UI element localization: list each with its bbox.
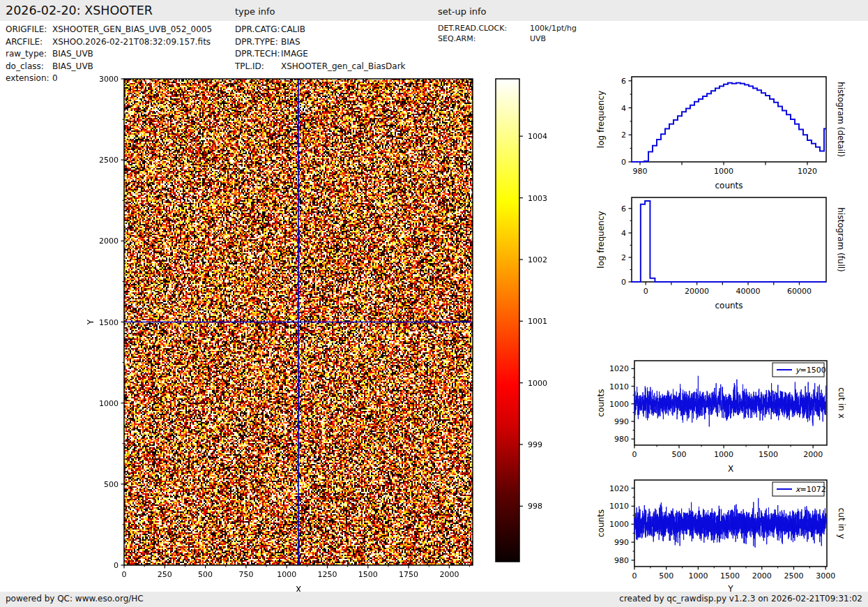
colorbar-tick-label: 1001 bbox=[528, 317, 547, 326]
info-label: do_class: bbox=[6, 61, 52, 72]
info-row: ORIGFILE:XSHOOTER_GEN_BIAS_UVB_052_0005 bbox=[6, 24, 212, 35]
right-axis-label: cut in y bbox=[837, 508, 846, 539]
y-axis-label: Y bbox=[86, 319, 96, 325]
legend: y=1500 bbox=[772, 363, 826, 377]
info-value: XSHOOTER_GEN_BIAS_UVB_052_0005 bbox=[52, 24, 212, 34]
info-value: CALIB bbox=[281, 24, 305, 34]
x-tick-label: 0 bbox=[632, 450, 637, 459]
y-tick-label: 0 bbox=[621, 158, 626, 167]
info-row: DPR.TYPE:BIAS bbox=[235, 36, 406, 47]
x-tick-label: 2000 bbox=[803, 450, 823, 459]
x-tick-label: 1000 bbox=[714, 450, 733, 459]
colorbar-tick-label: 1003 bbox=[528, 194, 547, 203]
colorbar-tick-label: 1000 bbox=[528, 379, 547, 388]
info-row: raw_type:BIAS_UVB bbox=[6, 48, 212, 59]
y-tick-label: 980 bbox=[614, 435, 629, 444]
info-value: BIAS bbox=[281, 37, 300, 47]
info-label: ORIGFILE: bbox=[6, 24, 52, 35]
y-tick-label: 1010 bbox=[609, 502, 629, 511]
histogram-step-line bbox=[632, 83, 826, 162]
x-tick-label: 60000 bbox=[787, 287, 812, 296]
x-tick-label: 0 bbox=[122, 570, 127, 579]
x-tick-label: 1000 bbox=[277, 570, 296, 579]
x-tick-label: 500 bbox=[198, 570, 213, 579]
info-label: DPR.TYPE: bbox=[235, 36, 281, 47]
header-bar: 2026-02-20: XSHOOTER type info set-up in… bbox=[0, 0, 868, 21]
cut-profile-line bbox=[634, 498, 826, 548]
info-label: raw_type: bbox=[6, 48, 52, 59]
info-row: DPR.CATG:CALIB bbox=[235, 24, 406, 35]
type-info-heading: type info bbox=[235, 6, 275, 17]
x-tick-label: 1020 bbox=[798, 167, 817, 176]
x-tick-label: 2000 bbox=[752, 571, 772, 580]
info-row: DET.READ.CLOCK:100k/1pt/hg bbox=[438, 23, 577, 33]
x-tick-label: 1000 bbox=[688, 571, 708, 580]
colorbar-tick-label: 999 bbox=[528, 440, 542, 449]
y-tick-label: 3000 bbox=[99, 75, 119, 84]
x-tick-label: 2000 bbox=[439, 570, 459, 579]
colorbar-tick-label: 998 bbox=[528, 502, 542, 511]
x-tick-label: 1250 bbox=[318, 570, 337, 579]
y-tick-label: 2 bbox=[621, 253, 626, 262]
y-tick-label: 980 bbox=[614, 556, 629, 565]
colorbar-tick-label: 1004 bbox=[528, 132, 547, 141]
y-tick-label: 0 bbox=[114, 561, 119, 570]
setup-info-block: DET.READ.CLOCK:100k/1pt/hg SEQ.ARM:UVB bbox=[438, 23, 577, 44]
info-row: ARCFILE:XSHOO.2026-02-21T08:32:09.157.fi… bbox=[6, 36, 212, 47]
right-axis-label: cut in x bbox=[837, 387, 846, 419]
colorbar: 99899910001001100210031004 bbox=[496, 79, 547, 562]
y-tick-label: 2 bbox=[621, 130, 626, 140]
y-tick-label: 1020 bbox=[609, 484, 629, 493]
x-tick-label: 1000 bbox=[714, 167, 733, 176]
axes: 980100010200246countslog frequencyhistog… bbox=[596, 77, 846, 190]
x-tick-label: 3000 bbox=[816, 571, 835, 580]
x-tick-label: 1500 bbox=[720, 571, 740, 580]
y-tick-label: 1000 bbox=[609, 520, 629, 529]
info-row: SEQ.ARM:UVB bbox=[438, 33, 577, 44]
footer-created-by: created by qc_rawdisp.py v1.2.3 on 2026-… bbox=[619, 594, 862, 604]
x-tick-label: 1500 bbox=[358, 570, 378, 579]
cut-profile-line bbox=[634, 376, 826, 427]
y-tick-label: 1000 bbox=[609, 400, 629, 409]
y-tick-label: 4 bbox=[621, 104, 626, 113]
info-value: BIAS_UVB bbox=[52, 49, 93, 59]
info-label: DPR.TECH: bbox=[235, 48, 281, 59]
y-tick-label: 990 bbox=[614, 538, 629, 547]
y-tick-label: 6 bbox=[621, 77, 626, 86]
histogram-step-line bbox=[632, 201, 826, 282]
right-axis-label: histogram (full) bbox=[836, 207, 846, 272]
info-label: extension: bbox=[6, 73, 52, 84]
y-tick-label: 1020 bbox=[609, 364, 629, 373]
y-axis-label: counts bbox=[596, 389, 606, 417]
y-tick-label: 2500 bbox=[99, 156, 119, 165]
legend-label: x=1072 bbox=[795, 485, 826, 494]
info-label: DET.READ.CLOCK: bbox=[438, 23, 530, 33]
x-axis-label: counts bbox=[715, 301, 743, 310]
y-tick-label: 500 bbox=[104, 480, 119, 489]
info-value: XSHOO.2026-02-21T08:32:09.157.fits bbox=[52, 37, 211, 47]
x-tick-label: 250 bbox=[158, 570, 172, 579]
y-axis-label: log frequency bbox=[596, 91, 606, 148]
info-label: SEQ.ARM: bbox=[438, 33, 530, 44]
y-axis-label: log frequency bbox=[596, 211, 606, 268]
y-tick-label: 1000 bbox=[99, 399, 119, 408]
x-tick-label: 0 bbox=[632, 571, 637, 580]
x-tick-label: 40000 bbox=[736, 287, 761, 296]
x-tick-label: 500 bbox=[659, 571, 673, 580]
info-row: DPR.TECH:IMAGE bbox=[235, 48, 406, 59]
y-tick-label: 1500 bbox=[99, 318, 119, 327]
info-value: 100k/1pt/hg bbox=[530, 24, 577, 33]
qc-report-page: 2026-02-20: XSHOOTER type info set-up in… bbox=[0, 0, 868, 607]
info-value: 0 bbox=[52, 73, 58, 83]
y-tick-label: 6 bbox=[621, 204, 626, 213]
x-tick-label: 1750 bbox=[399, 570, 418, 579]
y-tick-label: 1010 bbox=[609, 382, 629, 391]
info-value: IMAGE bbox=[281, 49, 308, 59]
x-tick-label: 750 bbox=[238, 570, 253, 579]
x-tick-label: 980 bbox=[633, 167, 648, 176]
legend-label: y=1500 bbox=[795, 366, 826, 375]
info-label: ARCFILE: bbox=[6, 36, 52, 47]
x-tick-label: 1500 bbox=[759, 450, 778, 459]
footer-bar: powered by QC: www.eso.org/HC created by… bbox=[0, 592, 868, 607]
axes: 02000040000600000246countslog frequencyh… bbox=[596, 197, 846, 310]
